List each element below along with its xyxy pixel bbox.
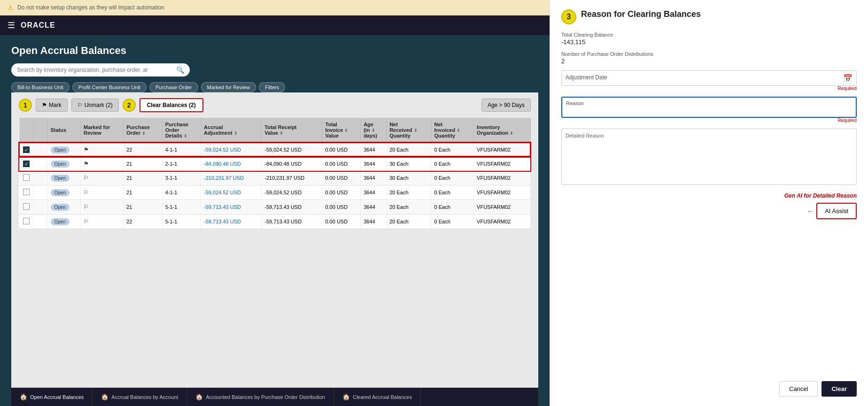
row4-net-invoiced: 0 Each [431, 185, 474, 200]
num-distributions-label: Number of Purchase Order Distributions [561, 51, 857, 57]
reason-input[interactable] [566, 107, 852, 114]
filter-tab-filters[interactable]: Filters [259, 82, 285, 92]
row6-callout [33, 214, 47, 229]
row6-accrual-adj: -59,713.43 USD [201, 214, 262, 229]
row3-age: 3644 [361, 171, 387, 185]
row4-checkbox[interactable] [19, 185, 33, 200]
row4-total-invoice: 0.00 USD [322, 185, 361, 200]
bottom-nav-cleared-accrual[interactable]: 🏠 Cleared Accrual Balances [334, 388, 421, 406]
row3-checkbox[interactable] [19, 171, 33, 185]
hamburger-icon[interactable]: ☰ [8, 20, 15, 31]
filter-tab-bill-to-bu[interactable]: Bill-to Business Unit [11, 82, 70, 92]
table-area: 1 ⚑ Mark ⚐ Unmark (2) 2 Clear Balances (… [11, 92, 538, 388]
adjustment-date-label: Adjustment Date [566, 74, 843, 81]
checkbox-checked-icon[interactable]: ✓ [23, 161, 30, 167]
th-age: Age(in ⇕days) [361, 118, 387, 143]
clear-final-button[interactable]: Clear [822, 381, 857, 397]
filter-tab-profit-center-bu[interactable]: Profit Center Business Unit [72, 82, 147, 92]
bottom-nav-accounted-by-po[interactable]: 🏠 Accounted Balances by Purchase Order D… [187, 388, 334, 406]
bottom-nav-open-accrual[interactable]: 🏠 Open Accrual Balances [11, 388, 93, 406]
row5-checkbox[interactable] [19, 200, 33, 214]
row1-net-received: 20 Each [387, 143, 431, 157]
page-content: Open Accrual Balances 🔍 Bill-to Business… [0, 35, 550, 406]
row1-total-receipt: -59,024.52 USD [262, 143, 322, 157]
checkbox-unchecked-icon[interactable] [23, 174, 30, 181]
row4-marked: ⚐ [80, 185, 123, 200]
adjustment-date-wrapper[interactable]: Adjustment Date 📅 [561, 70, 857, 86]
clear-balances-button[interactable]: Clear Balances (2) [140, 98, 203, 112]
callout-2: 2 [123, 99, 136, 112]
row1-checkbox[interactable]: ✓ [19, 143, 33, 157]
search-icon: 🔍 [176, 66, 184, 74]
checkbox-checked-icon[interactable]: ✓ [23, 146, 30, 153]
reason-required: Required [561, 118, 857, 123]
total-clearing-balance-value: -143,115 [561, 38, 857, 46]
search-bar[interactable]: 🔍 [11, 63, 190, 77]
home-icon-3: 🏠 [195, 393, 203, 400]
row2-marked: ⚑ [80, 157, 123, 171]
row1-po: 22 [124, 143, 162, 157]
panel-title: Reason for Clearing Balances [581, 9, 701, 19]
detailed-reason-wrapper[interactable]: Detailed Reason [561, 129, 857, 185]
row6-age: 3644 [361, 214, 387, 229]
row4-po: 21 [124, 185, 162, 200]
row4-po-details: 4-1-1 [162, 185, 201, 200]
checkbox-unchecked-icon[interactable] [23, 203, 30, 210]
search-input[interactable] [17, 67, 176, 73]
row4-callout [33, 185, 47, 200]
row2-checkbox[interactable]: ✓ [19, 157, 33, 171]
row1-age: 3644 [361, 143, 387, 157]
row6-inventory-org: VFUSFARM02 [474, 214, 530, 229]
age-filter-button[interactable]: Age > 90 Days [481, 99, 531, 112]
th-total-invoice: TotalInvoice ⇕Value [322, 118, 361, 143]
oracle-logo: ORACLE [21, 21, 55, 30]
table-row: ✓ Open ⚑ 21 2-1-1 -84,090.48 USD -84,090… [19, 157, 530, 171]
table-row: Open ⚐ 21 4-1-1 -59,024.52 USD -59,024.5… [19, 185, 530, 200]
checkbox-unchecked-icon[interactable] [23, 189, 30, 195]
calendar-icon[interactable]: 📅 [843, 74, 852, 83]
cancel-button[interactable]: Cancel [779, 381, 818, 397]
row5-net-invoiced: 0 Each [431, 200, 474, 214]
th-po-details: PurchaseOrderDetails ⇕ [162, 118, 201, 143]
adjustment-date-group: Adjustment Date 📅 Required [561, 70, 857, 91]
filter-tab-purchase-order[interactable]: Purchase Order [149, 82, 198, 92]
row3-total-invoice: 0.00 USD [322, 171, 361, 185]
row5-po-details: 5-1-1 [162, 200, 201, 214]
warning-icon: ⚠ [8, 4, 14, 11]
row4-inventory-org: VFUSFARM02 [474, 185, 530, 200]
row3-total-receipt: -210,231.97 USD [262, 171, 322, 185]
filter-tabs: Bill-to Business Unit Profit Center Busi… [11, 82, 538, 92]
data-table: Status Marked forReview PurchaseOrder ⇕ … [19, 118, 531, 229]
ai-assist-button[interactable]: AI Assist [816, 203, 857, 219]
row3-po-details: 3-1-1 [162, 171, 201, 185]
row5-total-invoice: 0.00 USD [322, 200, 361, 214]
mark-button[interactable]: ⚑ Mark [36, 99, 68, 112]
table-row: ✓ Open ⚑ 22 4-1-1 -59,024.52 USD -59,024… [19, 143, 530, 157]
bottom-nav-accrual-by-account[interactable]: 🏠 Accrual Balances by Account [93, 388, 187, 406]
th-net-received: NetReceived ⇕Quantity [387, 118, 431, 143]
row6-net-invoiced: 0 Each [431, 214, 474, 229]
row5-age: 3644 [361, 200, 387, 214]
home-icon-4: 🏠 [342, 393, 350, 400]
row5-accrual-adj: -59,713.43 USD [201, 200, 262, 214]
row3-callout [33, 171, 47, 185]
action-bar: 1 ⚑ Mark ⚐ Unmark (2) 2 Clear Balances (… [19, 98, 531, 112]
reason-input-wrapper[interactable]: Reason [561, 97, 857, 118]
oracle-header: ☰ ORACLE [0, 15, 550, 35]
filter-tab-marked-for-review[interactable]: Marked for Review [201, 82, 256, 92]
row6-checkbox[interactable] [19, 214, 33, 229]
row1-marked: ⚑ [80, 143, 123, 157]
row5-marked: ⚐ [80, 200, 123, 214]
row4-status: Open [47, 185, 80, 200]
row3-po: 21 [124, 171, 162, 185]
row2-status: Open [47, 157, 80, 171]
row6-net-received: 20 Each [387, 214, 431, 229]
checkbox-unchecked-icon[interactable] [23, 218, 30, 224]
th-net-invoiced: NetInvoiced ⇕Quantity [431, 118, 474, 143]
row5-total-receipt: -59,713.43 USD [262, 200, 322, 214]
row3-accrual-adj: -210,231.97 USD [201, 171, 262, 185]
unmark-flag-icon: ⚐ [78, 102, 83, 108]
unmark-button[interactable]: ⚐ Unmark (2) [71, 99, 119, 112]
total-clearing-balance-label: Total Clearing Balance [561, 32, 857, 38]
row1-accrual-adj: -59,024.52 USD [201, 143, 262, 157]
